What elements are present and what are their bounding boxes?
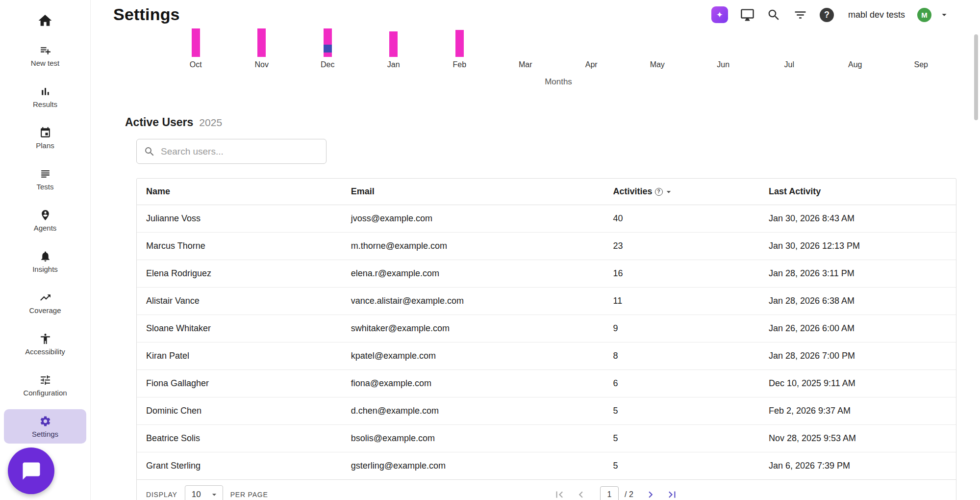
chart-bar-dec — [324, 28, 332, 57]
page-total: / 2 — [625, 490, 633, 499]
chevron-down-icon — [209, 490, 219, 500]
per-page-select[interactable]: 10 — [185, 485, 223, 500]
x-tick-label: Sep — [888, 60, 955, 69]
cell-name: Dominic Chen — [137, 397, 342, 425]
cell-name: Beatrice Solis — [137, 425, 342, 452]
sidebar-item-home[interactable] — [4, 7, 86, 34]
table-row: Grant Sterlinggsterling@example.com5Jan … — [137, 452, 956, 480]
cell-email: kpatel@example.com — [342, 342, 604, 370]
users-table: NameEmailActivities?Last Activity Julian… — [136, 178, 956, 500]
cell-activities: 5 — [603, 397, 759, 425]
avatar[interactable]: M — [917, 8, 931, 22]
sidebar-item-settings[interactable]: Settings — [4, 409, 86, 444]
table-row: Beatrice Solisbsolis@example.com5Nov 28,… — [137, 425, 956, 452]
cell-email: m.thorne@example.com — [342, 233, 604, 260]
table-row: Kiran Patelkpatel@example.com8Jan 28, 20… — [137, 342, 956, 370]
active-users-year: 2025 — [199, 117, 222, 129]
sidebar-item-accessibility[interactable]: Accessibility — [4, 327, 86, 361]
active-users-title: Active Users — [125, 116, 193, 129]
sidebar-item-label: Configuration — [23, 389, 67, 397]
cell-activities: 40 — [603, 205, 759, 233]
cell-activities: 16 — [603, 260, 759, 288]
cell-name: Fiona Gallagher — [137, 370, 342, 397]
previous-page-button[interactable] — [573, 486, 589, 500]
x-tick-label: Dec — [295, 60, 361, 69]
chart-bars — [163, 28, 954, 57]
chart-bar-oct — [192, 28, 200, 57]
cell-activities: 5 — [603, 452, 759, 480]
table-footer: DISPLAY 10 PER PAGE 1 / 2 — [137, 479, 956, 500]
whats-new-icon[interactable]: ✦ — [711, 6, 728, 23]
account-name[interactable]: mabl dev tests — [848, 10, 905, 20]
cell-activities: 9 — [603, 315, 759, 342]
cell-email: bsolis@example.com — [342, 425, 604, 452]
cell-activities: 8 — [603, 342, 759, 370]
pagination: 1 / 2 — [551, 486, 680, 500]
new-test-icon — [39, 44, 51, 56]
first-page-button[interactable] — [551, 486, 568, 500]
search-icon[interactable] — [767, 8, 781, 22]
column-header-last-activity: Last Activity — [759, 179, 956, 205]
user-search-box[interactable] — [136, 139, 327, 164]
cell-last-activity: Nov 28, 2025 9:53 AM — [759, 425, 956, 452]
sidebar-item-coverage[interactable]: Coverage — [4, 286, 86, 320]
search-input-icon — [144, 146, 155, 158]
agents-icon — [39, 209, 51, 221]
per-page-value: 10 — [192, 490, 201, 500]
sidebar-item-label: Results — [33, 100, 57, 108]
table-row: Sloane Whitakerswhitaker@example.com9Jan… — [137, 315, 956, 342]
x-tick-label: Jul — [756, 60, 823, 69]
filter-icon[interactable] — [793, 8, 807, 22]
sidebar-item-label: Settings — [32, 430, 58, 438]
search-users-input[interactable] — [161, 146, 319, 157]
next-page-button[interactable] — [642, 486, 659, 500]
last-page-button[interactable] — [664, 486, 680, 500]
x-tick-label: Feb — [427, 60, 493, 69]
cell-last-activity: Jan 30, 2026 8:43 AM — [759, 205, 956, 233]
cell-last-activity: Jan 28, 2026 6:38 AM — [759, 288, 956, 315]
column-header-activities[interactable]: Activities? — [603, 179, 759, 205]
cell-last-activity: Jan 28, 2026 7:00 PM — [759, 342, 956, 370]
sidebar-item-configuration[interactable]: Configuration — [4, 368, 86, 402]
sidebar-item-label: Agents — [34, 224, 57, 232]
main-content: Settings ✦ ? mabl dev tests M OctNovDecJ… — [91, 0, 980, 500]
x-tick-label: May — [625, 60, 691, 69]
cell-name: Elena Rodriguez — [137, 260, 342, 288]
cell-last-activity: Jan 6, 2026 7:39 PM — [759, 452, 956, 480]
sidebar-item-agents[interactable]: Agents — [4, 203, 86, 237]
desktop-icon[interactable] — [740, 8, 754, 22]
sidebar-item-plans[interactable]: Plans — [4, 121, 86, 155]
cell-activities: 11 — [603, 288, 759, 315]
sidebar-item-label: Plans — [36, 141, 54, 150]
per-page-label: PER PAGE — [230, 491, 268, 499]
last-page-icon — [666, 488, 678, 500]
table-row: Julianne Vossjvoss@example.com40Jan 30, … — [137, 205, 956, 233]
page-number-input[interactable]: 1 — [600, 486, 619, 500]
cell-email: gsterling@example.com — [342, 452, 604, 480]
cell-activities: 5 — [603, 425, 759, 452]
accessibility-icon — [39, 333, 51, 345]
column-header-name: Name — [137, 179, 342, 205]
chevron-right-icon — [644, 488, 657, 500]
sidebar-item-insights[interactable]: Insights — [4, 244, 86, 279]
x-tick-label: Nov — [229, 60, 295, 69]
chevron-down-icon[interactable] — [939, 9, 950, 20]
cell-name: Marcus Thorne — [137, 233, 342, 260]
insights-icon — [39, 250, 51, 263]
cell-last-activity: Jan 30, 2026 12:13 PM — [759, 233, 956, 260]
scrollbar-thumb[interactable] — [974, 34, 978, 120]
sidebar-item-label: Accessibility — [25, 347, 65, 356]
cell-last-activity: Feb 2, 2026 9:37 AM — [759, 397, 956, 425]
cell-email: vance.alistair@example.com — [342, 288, 604, 315]
sidebar-item-results[interactable]: Results — [4, 79, 86, 114]
chat-fab-button[interactable] — [8, 447, 54, 494]
sidebar-item-new-test[interactable]: New test — [4, 38, 86, 73]
info-icon[interactable]: ? — [655, 188, 663, 196]
chart-bar-nov — [257, 28, 266, 57]
sidebar-item-label: New test — [31, 59, 59, 67]
cell-email: fiona@example.com — [342, 370, 604, 397]
sidebar-item-tests[interactable]: Tests — [4, 162, 86, 196]
help-icon[interactable]: ? — [820, 8, 834, 22]
cell-name: Grant Sterling — [137, 452, 342, 480]
cell-name: Kiran Patel — [137, 342, 342, 370]
